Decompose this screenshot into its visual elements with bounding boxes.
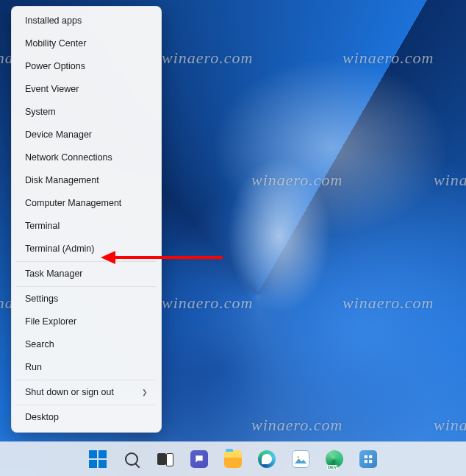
menu-item-installed-apps[interactable]: Installed apps	[15, 10, 158, 32]
task-view-icon	[157, 453, 173, 465]
menu-item-label: Desktop	[25, 412, 59, 423]
menu-item-label: Network Connections	[25, 152, 112, 163]
search-icon	[125, 452, 138, 466]
menu-item-task-manager[interactable]: Task Manager	[15, 263, 158, 285]
menu-item-desktop[interactable]: Desktop	[15, 406, 158, 429]
menu-item-label: File Explorer	[25, 316, 76, 327]
taskbar-settings-app[interactable]	[354, 444, 383, 474]
menu-item-label: Shut down or sign out	[25, 387, 114, 398]
chat-icon	[190, 450, 208, 468]
folder-icon	[224, 450, 242, 468]
menu-item-label: Settings	[25, 294, 58, 305]
menu-item-label: System	[25, 107, 56, 118]
taskbar-edge[interactable]	[252, 444, 282, 474]
menu-item-label: Event Viewer	[25, 84, 79, 95]
taskbar-edge-dev[interactable]	[320, 444, 349, 474]
menu-item-label: Terminal (Admin)	[25, 244, 94, 255]
taskbar	[0, 441, 466, 476]
menu-item-disk-management[interactable]: Disk Management	[15, 169, 158, 192]
menu-item-file-explorer[interactable]: File Explorer	[15, 310, 158, 333]
settings-app-icon	[359, 450, 377, 468]
taskbar-task-view[interactable]	[151, 444, 180, 474]
svg-rect-6	[369, 460, 372, 463]
edge-dev-icon	[326, 450, 343, 468]
menu-item-system[interactable]: System	[15, 101, 158, 124]
taskbar-chat[interactable]	[184, 444, 214, 474]
menu-item-settings[interactable]: Settings	[15, 288, 158, 310]
menu-item-label: Terminal	[25, 221, 60, 232]
menu-item-label: Mobility Center	[25, 38, 86, 49]
menu-item-terminal-admin[interactable]: Terminal (Admin)	[15, 238, 158, 260]
taskbar-file-explorer[interactable]	[218, 444, 248, 474]
chevron-right-icon: ❯	[142, 388, 148, 397]
start-button[interactable]	[83, 444, 112, 474]
menu-item-label: Device Manager	[25, 129, 92, 141]
menu-item-event-viewer[interactable]: Event Viewer	[15, 78, 158, 101]
svg-rect-4	[369, 455, 372, 458]
menu-separator	[16, 405, 157, 405]
menu-item-label: Disk Management	[25, 175, 99, 186]
menu-item-computer-management[interactable]: Computer Management	[15, 192, 158, 215]
taskbar-search[interactable]	[117, 444, 146, 474]
menu-item-label: Search	[25, 339, 54, 350]
menu-item-device-manager[interactable]: Device Manager	[15, 124, 158, 146]
taskbar-photos[interactable]	[286, 444, 315, 474]
photos-icon	[292, 450, 309, 468]
menu-separator	[16, 286, 157, 287]
menu-item-search[interactable]: Search	[15, 333, 158, 356]
menu-item-label: Run	[25, 362, 42, 373]
windows-logo-icon	[89, 450, 107, 468]
svg-point-2	[297, 456, 299, 458]
winx-context-menu: Installed apps Mobility Center Power Opt…	[11, 6, 162, 433]
menu-item-terminal[interactable]: Terminal	[15, 215, 158, 238]
menu-separator	[16, 380, 157, 380]
menu-item-label: Task Manager	[25, 269, 83, 280]
svg-rect-3	[365, 455, 368, 458]
menu-item-power-options[interactable]: Power Options	[15, 55, 158, 78]
menu-item-shut-down-or-sign-out[interactable]: Shut down or sign out ❯	[15, 381, 158, 404]
menu-item-mobility-center[interactable]: Mobility Center	[15, 32, 158, 55]
menu-separator	[16, 261, 157, 262]
menu-item-run[interactable]: Run	[15, 356, 158, 379]
menu-item-network-connections[interactable]: Network Connections	[15, 146, 158, 169]
edge-icon	[258, 450, 276, 468]
menu-item-label: Installed apps	[25, 15, 82, 26]
svg-rect-5	[365, 460, 368, 463]
menu-item-label: Computer Management	[25, 198, 121, 209]
menu-item-label: Power Options	[25, 61, 85, 72]
